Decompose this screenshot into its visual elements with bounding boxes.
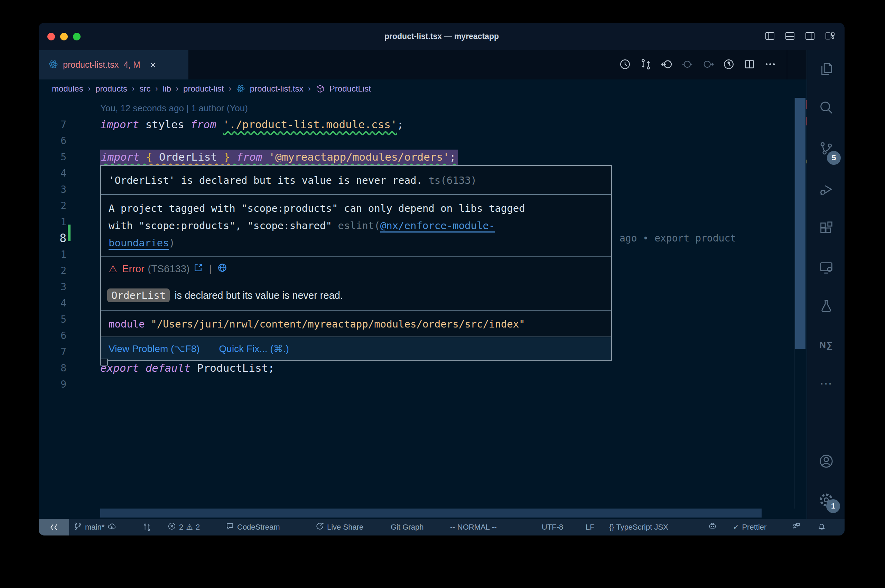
line-number: 2 [39, 198, 66, 214]
view-problem-button[interactable]: View Problem (⌥F8) [108, 343, 200, 354]
close-tab-icon[interactable]: × [150, 60, 156, 70]
previous-change-icon[interactable] [681, 58, 693, 72]
eslint-rule-link[interactable]: boundaries [108, 237, 169, 249]
back-navigation-icon[interactable] [660, 58, 673, 72]
eol-status[interactable]: LF [586, 519, 595, 536]
account-icon[interactable] [807, 453, 844, 469]
code-token [139, 362, 146, 374]
inline-blame-annotation: ago • export product list … [619, 230, 765, 246]
codestream-status[interactable]: CodeStream [225, 519, 280, 536]
hover-resize-handle[interactable] [100, 358, 108, 366]
line-number: 2 [39, 262, 66, 279]
title-bar: product-list.tsx — myreactapp [39, 23, 844, 50]
breadcrumb-separator: › [176, 84, 178, 93]
search-icon[interactable] [807, 100, 844, 116]
next-change-icon[interactable] [702, 58, 714, 72]
run-git-graph-icon[interactable] [723, 58, 735, 72]
line-number: 4 [39, 165, 66, 182]
live-share-status[interactable]: Live Share [315, 519, 363, 536]
settings-badge: 1 [826, 499, 840, 513]
breadcrumb-separator: › [155, 84, 158, 93]
line-number: 8 [39, 360, 66, 376]
code-line-import-styles: import styles from './product-list.modul… [100, 116, 403, 133]
remote-explorer-icon[interactable] [807, 260, 844, 275]
line-number: 4 [39, 295, 66, 311]
customize-layout-icon[interactable] [825, 30, 835, 43]
feedback-status[interactable] [792, 519, 801, 536]
explorer-icon[interactable] [807, 61, 844, 77]
breadcrumb-item-products[interactable]: products [95, 84, 127, 94]
breadcrumb-item-product-list[interactable]: product-list [183, 84, 224, 94]
code-token: default [146, 362, 191, 374]
encoding-status[interactable]: UTF-8 [542, 519, 563, 536]
status-bar: main* 2 ⚠ 2 CodeStream Live Share Git Gr… [39, 519, 844, 536]
git-graph-status[interactable]: Git Graph [391, 519, 424, 536]
toggle-sidebar-icon[interactable] [764, 30, 775, 43]
code-token: from [191, 118, 216, 130]
open-external-icon[interactable] [193, 262, 203, 275]
code-token: from [236, 151, 262, 163]
vertical-scrollbar[interactable] [795, 98, 805, 349]
language-mode-status[interactable]: {} TypeScript JSX [609, 519, 668, 536]
tab-product-list[interactable]: product-list.tsx 4, M × [39, 50, 188, 80]
hover-actions: View Problem (⌥F8) Quick Fix... (⌘.) [101, 337, 611, 360]
hover-eslint-message: A project tagged with "scope:products" c… [101, 195, 611, 257]
more-views-icon[interactable]: ⋯ [807, 375, 844, 392]
line-number: 6 [39, 327, 66, 344]
code-token [140, 151, 146, 163]
warnings-icon: ⚠ [186, 523, 193, 532]
git-branch-status[interactable]: main* [73, 519, 116, 536]
breadcrumb-item-productlist[interactable]: ProductList [329, 84, 371, 94]
source-control-badge: 5 [827, 151, 841, 165]
extensions-icon[interactable] [807, 220, 844, 236]
eslint-rule-link[interactable]: @nx/enforce-module- [380, 220, 495, 231]
hover-ts-message: 'OrderList' is declared but its value is… [101, 166, 611, 195]
run-debug-icon[interactable] [807, 182, 844, 197]
compare-changes-icon[interactable] [640, 58, 652, 72]
copilot-icon [708, 522, 717, 533]
code-token: ; [397, 118, 404, 130]
warning-triangle-icon: ⚠ [108, 263, 117, 274]
breadcrumb-item-lib[interactable]: lib [163, 84, 171, 94]
breadcrumb-item-product-list-tsx[interactable]: product-list.tsx [250, 84, 304, 94]
line-number: 3 [39, 182, 66, 198]
react-file-icon [48, 59, 58, 70]
nx-console-icon[interactable]: N∑ [807, 337, 844, 353]
error-label: Error [122, 263, 144, 274]
copilot-status[interactable] [708, 519, 717, 536]
symbol-badge: OrderList [107, 288, 170, 302]
breadcrumb-item-modules[interactable]: modules [52, 84, 83, 94]
breadcrumb: modules›products›src›lib›product-list›pr… [39, 80, 807, 98]
horizontal-scrollbar[interactable] [100, 508, 762, 518]
code-token: } [224, 151, 230, 163]
more-actions-icon[interactable] [764, 58, 777, 72]
line-number: 9 [39, 376, 66, 393]
remote-indicator[interactable] [39, 519, 69, 536]
code-token: '@myreactapp/modules/orders' [269, 151, 449, 163]
code-token: ProductList; [191, 362, 275, 374]
toggle-secondary-sidebar-icon[interactable] [804, 30, 816, 43]
quick-fix-button[interactable]: Quick Fix... (⌘.) [219, 343, 289, 354]
line-number: 5 [39, 311, 66, 327]
breadcrumb-item-src[interactable]: src [139, 84, 150, 94]
sync-cloud-icon [107, 522, 116, 533]
git-compare-status[interactable] [143, 519, 152, 536]
globe-icon[interactable] [217, 262, 227, 275]
code-token: OrderList [152, 151, 223, 163]
prettier-status[interactable]: ✓ Prettier [733, 519, 766, 536]
window-title: product-list.tsx — myreactapp [39, 23, 844, 50]
line-number: 5 [39, 149, 66, 165]
vim-mode-status[interactable]: -- NORMAL -- [450, 519, 497, 536]
code-token [262, 151, 269, 163]
activity-bar: 5 N∑ ⋯ 1 [807, 50, 844, 519]
notifications-bell-icon[interactable] [817, 519, 826, 536]
toggle-panel-icon[interactable] [784, 30, 795, 43]
line-number: 7 [39, 344, 66, 360]
code-token: './product-list.module.css' [223, 118, 397, 130]
problems-status[interactable]: 2 ⚠ 2 [167, 519, 200, 536]
timeline-history-icon[interactable] [619, 58, 631, 72]
line-number: 6 [39, 133, 66, 149]
testing-flask-icon[interactable] [807, 298, 844, 314]
code-line-export-default: export default ProductList; [100, 360, 275, 376]
split-editor-icon[interactable] [743, 58, 756, 72]
